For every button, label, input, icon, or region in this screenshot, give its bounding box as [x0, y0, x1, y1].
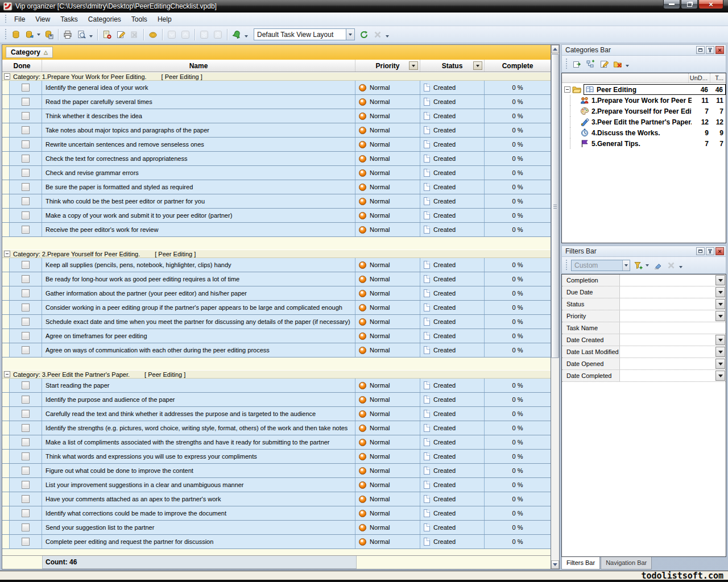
filter-value-field[interactable] [620, 358, 715, 369]
filter-value-field[interactable] [620, 370, 715, 381]
task-checkbox[interactable] [22, 523, 30, 531]
categories-close-icon[interactable]: × [715, 46, 724, 54]
task-checkbox[interactable] [22, 112, 30, 120]
task-checkbox[interactable] [22, 183, 30, 191]
filter-value-field[interactable] [620, 322, 726, 334]
open-database-dropdown-icon[interactable] [37, 34, 40, 36]
task-checkbox[interactable] [22, 346, 30, 354]
delete-task-button[interactable] [127, 28, 141, 41]
task-row[interactable]: Agree on ways of communication with each… [2, 343, 551, 357]
task-checkbox[interactable] [22, 424, 30, 432]
tree-column-total[interactable]: T... [710, 73, 726, 82]
move-down-button[interactable] [165, 28, 179, 41]
task-checkbox[interactable] [22, 396, 30, 404]
tree-category-row[interactable]: 3.Peer Edit the Partner's Paper.1212 [562, 117, 726, 127]
column-header-complete[interactable]: Complete [485, 60, 551, 72]
task-row[interactable]: Think who could be the best peer editor … [2, 194, 551, 209]
toolbar-overflow-icon[interactable] [245, 35, 248, 38]
task-checkbox[interactable] [22, 452, 30, 460]
complete-task-button[interactable] [146, 28, 160, 41]
status-filter-dropdown-icon[interactable] [473, 61, 482, 70]
tree-root-row[interactable]: Peer Editing4646 [562, 84, 726, 95]
task-row[interactable]: Consider working in a peer editing group… [2, 301, 551, 315]
edit-category-button[interactable] [597, 57, 611, 71]
task-checkbox[interactable] [22, 140, 30, 148]
scrollbar-thumb[interactable] [551, 54, 559, 358]
task-row[interactable]: Think whether it describes the ideaNorma… [2, 109, 551, 123]
group-by-category-button[interactable]: Category △ [6, 47, 53, 58]
move-up-button[interactable] [179, 28, 192, 41]
filter-dropdown-icon[interactable] [715, 311, 725, 321]
task-checkbox[interactable] [22, 332, 30, 340]
menu-categories[interactable]: Categories [83, 14, 126, 25]
categories-pin-icon[interactable] [706, 46, 714, 54]
column-header-name[interactable]: Name [42, 60, 355, 72]
column-header-done[interactable]: Done [2, 60, 42, 72]
task-checkbox[interactable] [22, 381, 30, 389]
toolbar-overflow-icon[interactable] [89, 35, 93, 38]
task-row[interactable]: Keep all supplies (pencils, pens, notebo… [2, 258, 551, 272]
apply-layout-button[interactable] [357, 28, 371, 41]
print-preview-button[interactable] [75, 28, 88, 41]
layout-combo-dropdown-icon[interactable] [346, 29, 354, 40]
task-checkbox[interactable] [22, 318, 30, 326]
categories-restore-icon[interactable] [696, 46, 705, 54]
delete-category-button[interactable] [611, 57, 624, 71]
close-button[interactable]: × [698, 0, 723, 9]
filter-dropdown-icon[interactable] [715, 371, 725, 381]
vertical-scrollbar[interactable] [551, 44, 560, 569]
task-row[interactable]: Make a copy of your work and submit it t… [2, 209, 551, 223]
collapse-icon[interactable] [4, 251, 10, 257]
task-row[interactable]: Schedule exact date and time when you me… [2, 315, 551, 329]
print-button[interactable] [61, 28, 75, 41]
tab-navigation-bar[interactable]: Navigation Bar [601, 557, 652, 569]
add-subcategory-button[interactable] [584, 57, 597, 71]
move-to-bottom-button[interactable] [197, 28, 211, 41]
filter-preset-dropdown-icon[interactable] [622, 260, 630, 271]
filter-dropdown-icon[interactable] [715, 347, 725, 357]
filter-dropdown-icon[interactable] [715, 287, 725, 297]
task-row[interactable]: Be sure the paper is formatted and style… [2, 180, 551, 194]
task-row[interactable]: Take notes about major topics and paragr… [2, 123, 551, 138]
collapse-icon[interactable] [564, 86, 570, 93]
new-task-button[interactable] [100, 28, 114, 41]
task-checkbox[interactable] [22, 481, 30, 489]
menu-file[interactable]: File [9, 14, 30, 25]
layout-combo[interactable]: Default Task View Layout [254, 28, 355, 40]
task-row[interactable]: Check and revise grammar errorsNormalCre… [2, 166, 551, 180]
task-row[interactable]: Have your comments attached as an apex t… [2, 492, 551, 506]
task-checkbox[interactable] [22, 538, 30, 546]
open-database-button[interactable] [23, 28, 36, 41]
delete-filter-button[interactable] [664, 259, 678, 272]
filters-pin-icon[interactable] [706, 247, 714, 255]
task-row[interactable]: Read the paper carefully several timesNo… [2, 95, 551, 109]
menu-view[interactable]: View [30, 14, 55, 25]
task-checkbox[interactable] [22, 169, 30, 177]
filter-value-field[interactable] [620, 275, 715, 286]
task-checkbox[interactable] [22, 495, 30, 503]
priority-filter-dropdown-icon[interactable] [409, 61, 418, 70]
tree-category-row[interactable]: 2.Prepare Yourself for Peer Editing.77 [562, 106, 726, 117]
task-checkbox[interactable] [22, 98, 30, 106]
selected-category[interactable]: Peer Editing4646 [584, 84, 726, 95]
filters-restore-icon[interactable] [696, 247, 705, 255]
task-row[interactable]: Check the text for correctness and appro… [2, 152, 551, 166]
apply-filter-button[interactable] [631, 259, 645, 272]
scroll-down-icon[interactable] [551, 560, 559, 569]
filter-dropdown-icon[interactable] [715, 335, 725, 345]
filter-value-field[interactable] [620, 346, 715, 357]
move-to-top-button[interactable] [211, 28, 225, 41]
task-checkbox[interactable] [22, 438, 30, 446]
menu-tasks[interactable]: Tasks [55, 14, 83, 25]
tree-category-row[interactable]: 4.Discuss the Works.99 [562, 127, 726, 138]
task-checkbox[interactable] [22, 84, 30, 92]
filter-value-field[interactable] [620, 310, 715, 322]
task-row[interactable]: Make a list of compliments associated wi… [2, 435, 551, 450]
scroll-up-icon[interactable] [551, 45, 559, 53]
task-checkbox[interactable] [22, 155, 30, 163]
toolbar-overflow-icon[interactable] [679, 266, 682, 268]
menu-help[interactable]: Help [152, 14, 177, 25]
task-checkbox[interactable] [22, 211, 30, 219]
task-checkbox[interactable] [22, 226, 30, 234]
filter-dropdown-icon[interactable] [715, 299, 725, 309]
